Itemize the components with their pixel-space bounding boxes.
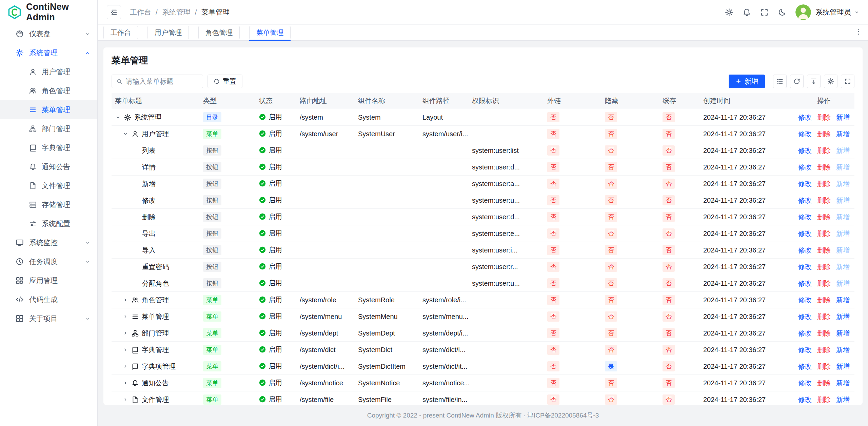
sidebar-subitem-1-6[interactable]: 文件管理 (0, 176, 97, 195)
breadcrumb-item-1[interactable]: 系统管理 (162, 7, 191, 17)
cache-badge: 否 (663, 162, 675, 172)
delete-link[interactable]: 删除 (817, 113, 831, 122)
delete-link[interactable]: 删除 (817, 163, 831, 172)
delete-link[interactable]: 删除 (817, 312, 831, 321)
sidebar-item-0[interactable]: 仪表盘 (0, 24, 97, 43)
app-logo[interactable]: ContiNew Admin (0, 0, 97, 24)
edit-link[interactable]: 修改 (798, 296, 812, 305)
sidebar-subitem-1-3[interactable]: 部门管理 (0, 119, 97, 138)
add-link[interactable]: 新增 (836, 113, 850, 122)
edit-link[interactable]: 修改 (798, 329, 812, 338)
breadcrumb-item-2[interactable]: 菜单管理 (201, 7, 230, 17)
sidebar-subitem-1-0[interactable]: 用户管理 (0, 62, 97, 81)
delete-link[interactable]: 删除 (817, 262, 831, 271)
sidebar-item-4[interactable]: 应用管理 (0, 271, 97, 290)
sidebar-subitem-1-1[interactable]: 角色管理 (0, 81, 97, 100)
row-expand-icon[interactable] (122, 347, 129, 352)
create-time: 2024-11-17 20:36:27 (703, 147, 798, 155)
add-link[interactable]: 新增 (836, 362, 850, 371)
delete-link[interactable]: 删除 (817, 379, 831, 388)
row-expand-icon[interactable] (122, 397, 129, 402)
edit-link[interactable]: 修改 (798, 262, 812, 271)
add-link[interactable]: 新增 (836, 379, 850, 388)
gear-icon[interactable] (725, 8, 733, 17)
sidebar-item-1[interactable]: 系统管理 (0, 43, 97, 62)
search-input[interactable] (126, 78, 198, 85)
sidebar-subitem-1-8[interactable]: 系统配置 (0, 214, 97, 233)
row-expand-icon[interactable] (122, 380, 129, 386)
sidebar-subitem-1-4[interactable]: 字典管理 (0, 138, 97, 157)
row-expand-icon[interactable] (122, 330, 129, 336)
add-link: 新增 (836, 246, 850, 255)
tab-1[interactable]: 用户管理 (147, 26, 189, 39)
add-link[interactable]: 新增 (836, 345, 850, 354)
edit-link[interactable]: 修改 (798, 146, 812, 155)
add-link[interactable]: 新增 (836, 129, 850, 139)
bell-icon[interactable] (743, 8, 751, 17)
add-link[interactable]: 新增 (836, 329, 850, 338)
delete-link[interactable]: 删除 (817, 246, 831, 255)
tabs-more-button[interactable] (855, 28, 863, 38)
sidebar-subitem-1-7[interactable]: 存储管理 (0, 195, 97, 214)
list-button[interactable] (773, 75, 787, 88)
hidden-badge: 否 (605, 195, 617, 205)
delete-link[interactable]: 删除 (817, 279, 831, 288)
edit-link[interactable]: 修改 (798, 163, 812, 172)
edit-link[interactable]: 修改 (798, 246, 812, 255)
edit-link[interactable]: 修改 (798, 279, 812, 288)
fullscreen-icon[interactable] (760, 8, 769, 17)
sidebar-collapse-button[interactable] (107, 5, 121, 19)
delete-link[interactable]: 删除 (817, 345, 831, 354)
edit-link[interactable]: 修改 (798, 395, 812, 404)
add-link[interactable]: 新增 (836, 296, 850, 305)
delete-link[interactable]: 删除 (817, 129, 831, 139)
check-circle-icon (259, 263, 266, 270)
edit-link[interactable]: 修改 (798, 229, 812, 238)
delete-link[interactable]: 删除 (817, 212, 831, 222)
breadcrumb-item-0[interactable]: 工作台 (130, 7, 151, 17)
tab-3[interactable]: 菜单管理 (249, 26, 291, 39)
add-button[interactable]: 新增 (729, 75, 765, 88)
delete-link[interactable]: 删除 (817, 329, 831, 338)
sidebar-item-2[interactable]: 系统监控 (0, 233, 97, 252)
edit-link[interactable]: 修改 (798, 379, 812, 388)
delete-link[interactable]: 删除 (817, 362, 831, 371)
row-expand-icon[interactable] (122, 131, 129, 137)
edit-link[interactable]: 修改 (798, 129, 812, 139)
moon-icon[interactable] (778, 8, 786, 17)
edit-link[interactable]: 修改 (798, 113, 812, 122)
fullscreen-button[interactable] (841, 75, 854, 88)
user-menu[interactable]: 系统管理员 (815, 7, 859, 17)
sidebar-subitem-1-5[interactable]: 通知公告 (0, 157, 97, 176)
hidden-badge: 是 (605, 361, 617, 371)
avatar[interactable] (795, 4, 811, 20)
edit-link[interactable]: 修改 (798, 312, 812, 321)
tab-2[interactable]: 角色管理 (198, 26, 240, 39)
sidebar-item-6[interactable]: 关于项目 (0, 309, 97, 328)
row-expand-icon[interactable] (122, 297, 129, 303)
sidebar-subitem-1-2[interactable]: 菜单管理 (0, 100, 97, 119)
sidebar-item-5[interactable]: 代码生成 (0, 290, 97, 309)
add-link[interactable]: 新增 (836, 395, 850, 404)
row-expand-icon[interactable] (115, 115, 121, 120)
delete-link[interactable]: 删除 (817, 196, 831, 205)
delete-link[interactable]: 删除 (817, 229, 831, 238)
edit-link[interactable]: 修改 (798, 362, 812, 371)
add-link[interactable]: 新增 (836, 312, 850, 321)
row-expand-icon[interactable] (122, 364, 129, 369)
edit-link[interactable]: 修改 (798, 179, 812, 188)
reset-button[interactable]: 重置 (208, 75, 242, 88)
refresh-button[interactable] (790, 75, 804, 88)
edit-link[interactable]: 修改 (798, 345, 812, 354)
tab-0[interactable]: 工作台 (103, 26, 138, 39)
col-height-button[interactable] (807, 75, 821, 88)
delete-link[interactable]: 删除 (817, 296, 831, 305)
sidebar-item-3[interactable]: 任务调度 (0, 252, 97, 271)
row-expand-icon[interactable] (122, 314, 129, 319)
edit-link[interactable]: 修改 (798, 196, 812, 205)
edit-link[interactable]: 修改 (798, 212, 812, 222)
gear-button[interactable] (824, 75, 837, 88)
delete-link[interactable]: 删除 (817, 395, 831, 404)
delete-link[interactable]: 删除 (817, 179, 831, 188)
delete-link[interactable]: 删除 (817, 146, 831, 155)
